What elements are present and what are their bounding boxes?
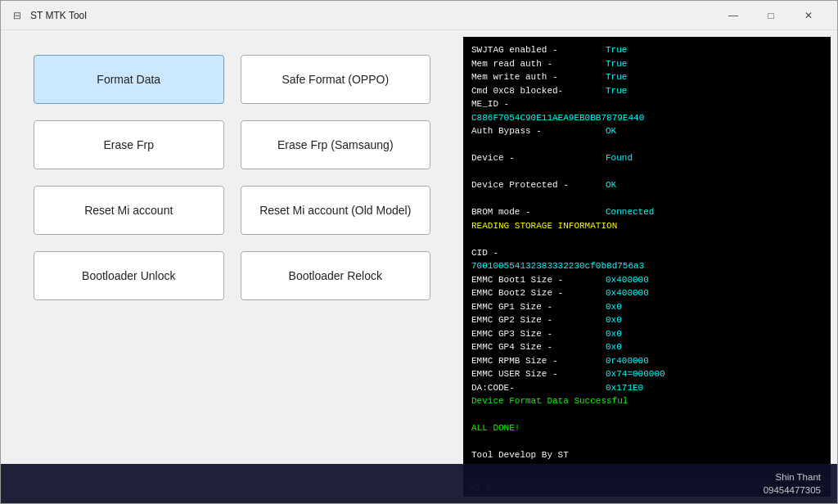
console-line: EMMC USER Size -0x74=000000 [471, 367, 822, 381]
console-line: Auth Bypass -OK [471, 124, 822, 138]
minimize-button[interactable]: — [714, 2, 752, 29]
console-line: READING STORAGE INFORMATION [471, 219, 822, 233]
button-row-4: Bootloader Unlock Bootloader Relock [34, 251, 430, 300]
safe-format-oppo-button[interactable]: Safe Format (OPPO) [241, 55, 431, 104]
console-line [471, 232, 822, 246]
main-content: Format Data Safe Format (OPPO) Erase Frp… [1, 30, 837, 503]
console-line: Device Format Data Successful [471, 394, 822, 408]
bootloader-relock-button[interactable]: Bootloader Relock [241, 251, 431, 300]
console-line: 700100554132383332230cf0b8d756a3 [471, 259, 822, 273]
console-line: EMMC Boot2 Size -0x400000 [471, 286, 822, 300]
console-line [471, 435, 822, 449]
console-line: Device Protected -OK [471, 178, 822, 192]
button-row-1: Format Data Safe Format (OPPO) [34, 55, 430, 104]
console-line: EMMC Boot1 Size -0x400000 [471, 273, 822, 287]
button-row-2: Erase Frp Erase Frp (Samsaung) [34, 120, 430, 169]
console-output[interactable]: SWJTAG enabled -TrueMem read auth -TrueM… [463, 37, 831, 477]
console-line: SWJTAG enabled -True [471, 43, 822, 57]
console-line [471, 408, 822, 422]
button-row-3: Reset Mi account Reset Mi account (Old M… [34, 186, 430, 235]
console-line: Mem write auth -True [471, 70, 822, 84]
console-line: Cmd 0xC8 blocked-True [471, 84, 822, 98]
console-line [471, 192, 822, 206]
window-title: ST MTK Tool [30, 10, 714, 21]
maximize-button[interactable]: □ [752, 2, 790, 29]
console-line: CID - [471, 246, 822, 260]
format-data-button[interactable]: Format Data [34, 55, 224, 104]
console-line: BROM mode -Connected [471, 205, 822, 219]
console-line [471, 165, 822, 179]
console-line: EMMC GP1 Size -0x0 [471, 300, 822, 314]
console-line: ME_ID - [471, 97, 822, 111]
console-line [471, 138, 822, 152]
console-line: EMMC GP2 Size -0x0 [471, 313, 822, 327]
reset-mi-account-old-button[interactable]: Reset Mi account (Old Model) [241, 186, 431, 235]
window-controls: — □ ✕ [714, 2, 827, 29]
console-panel: SWJTAG enabled -TrueMem read auth -TrueM… [463, 37, 831, 497]
erase-frp-button[interactable]: Erase Frp [34, 120, 224, 169]
console-line: Tool Develop By ST [471, 448, 822, 462]
console-line: EMMC GP4 Size -0x0 [471, 340, 822, 354]
console-line: ALL DONE! [471, 421, 822, 435]
console-line: Device -Found [471, 151, 822, 165]
app-window: ⊟ ST MTK Tool — □ ✕ Format Data Safe For… [0, 0, 838, 504]
reset-mi-account-button[interactable]: Reset Mi account [34, 186, 224, 235]
taskbar-number: 09454477305 [764, 484, 821, 497]
taskbar: Shin Thant 09454477305 [1, 464, 837, 503]
console-line: EMMC GP3 Size -0x0 [471, 327, 822, 341]
taskbar-info: Shin Thant 09454477305 [764, 470, 821, 497]
title-bar: ⊟ ST MTK Tool — □ ✕ [1, 1, 837, 30]
app-icon: ⊟ [11, 9, 24, 22]
console-line: DA:CODE-0x171E0 [471, 381, 822, 395]
console-line: EMMC RPMB Size -0r400000 [471, 354, 822, 368]
left-panel: Format Data Safe Format (OPPO) Erase Frp… [1, 30, 463, 503]
erase-frp-samsung-button[interactable]: Erase Frp (Samsaung) [241, 120, 431, 169]
console-line: Mem read auth -True [471, 57, 822, 71]
close-button[interactable]: ✕ [790, 2, 827, 29]
bootloader-unlock-button[interactable]: Bootloader Unlock [34, 251, 224, 300]
console-line: C886F7054C90E11AEA9EB0BB7879E440 [471, 111, 822, 125]
taskbar-name: Shin Thant [764, 470, 821, 484]
